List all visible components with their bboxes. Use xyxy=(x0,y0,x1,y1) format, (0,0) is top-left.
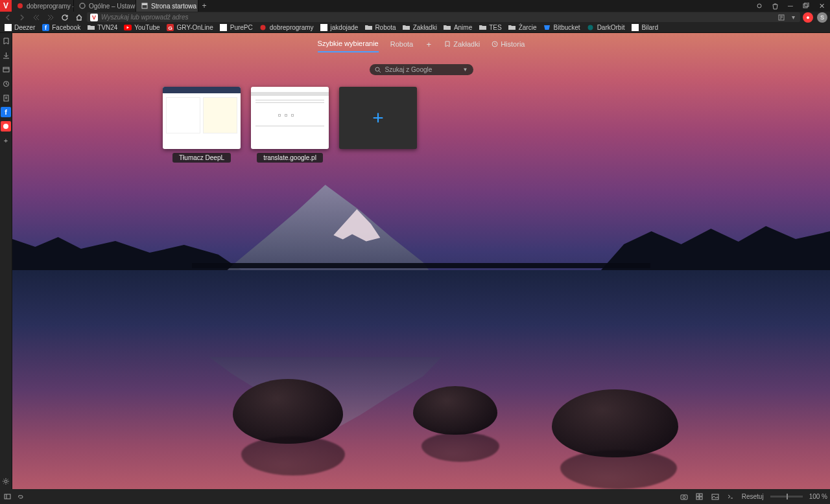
panel-window-icon[interactable] xyxy=(1,64,11,74)
app-logo-icon[interactable]: V xyxy=(0,0,12,12)
bookmark-label: Bilard xyxy=(641,24,658,31)
dp-icon xyxy=(259,24,267,32)
bookmark-facebook[interactable]: fFacebook xyxy=(42,24,80,32)
extension-1-icon[interactable]: ● xyxy=(801,12,814,23)
image-toggle-icon[interactable] xyxy=(711,492,720,501)
bookmark-anime[interactable]: Anime xyxy=(444,24,472,32)
bookmark-bitbucket[interactable]: Bitbucket xyxy=(543,24,580,32)
bookmark-gryonline[interactable]: GGRY-OnLine xyxy=(167,24,213,32)
zoom-slider[interactable] xyxy=(770,496,803,498)
search-engine-icon[interactable]: V xyxy=(89,13,99,22)
svg-rect-33 xyxy=(700,497,702,499)
bookmark-purepc[interactable]: PurePC xyxy=(220,24,253,32)
bookmark-label: jakdojade xyxy=(331,24,359,31)
tab-title: Strona startowa xyxy=(151,3,196,10)
panel-history-icon[interactable] xyxy=(1,78,11,89)
svg-rect-19 xyxy=(632,24,639,31)
bookmark-label: TVN24 xyxy=(97,24,117,31)
bookmark-label: Żarcie xyxy=(519,24,537,31)
tab-2[interactable]: Strona startowa ✕ xyxy=(136,0,198,12)
forward-button[interactable] xyxy=(16,12,29,23)
reload-button[interactable] xyxy=(58,12,71,23)
bookmark-label: Anime xyxy=(454,24,472,31)
new-tab-button[interactable]: + xyxy=(198,0,210,12)
home-button[interactable] xyxy=(73,12,86,23)
bookmark-zakladki[interactable]: Zakładki xyxy=(403,24,437,32)
status-bar: Resetuj 100 % xyxy=(0,489,830,504)
nav-add-group[interactable]: + xyxy=(425,40,433,52)
bookmark-icon xyxy=(444,41,451,47)
panel-downloads-icon[interactable] xyxy=(1,50,11,60)
page-actions-icon[interactable] xyxy=(726,492,735,501)
dropdown-icon[interactable]: ▾ xyxy=(788,13,798,22)
nav-speed-dial[interactable]: Szybkie wybieranie xyxy=(318,40,379,52)
panel-toggle-icon[interactable] xyxy=(3,492,12,501)
svg-point-16 xyxy=(261,25,266,30)
bookmark-robota[interactable]: Robota xyxy=(364,24,396,32)
panel-web-icon[interactable] xyxy=(1,121,11,132)
start-page: Szybkie wybieranie Robota + Zakładki His… xyxy=(12,33,830,489)
bookmark-deezer[interactable]: Deezer xyxy=(4,24,35,32)
site-icon xyxy=(220,24,228,32)
back-button[interactable] xyxy=(1,12,14,23)
tile-thumbnail xyxy=(251,87,329,149)
address-input[interactable] xyxy=(101,14,777,21)
history-icon xyxy=(492,41,498,47)
tab-1[interactable]: Ogólne – Ustawienia xyxy=(74,0,136,12)
nav-bookmarks[interactable]: Zakładki xyxy=(444,40,480,52)
fast-forward-button[interactable] xyxy=(44,12,57,23)
start-page-search[interactable]: Szukaj z Google ▼ xyxy=(370,64,473,75)
close-window-button[interactable]: ✕ xyxy=(814,1,829,12)
folder-icon xyxy=(364,24,372,32)
tab-title: dobreprogramy - portal nie xyxy=(27,3,74,10)
nav-group-robota[interactable]: Robota xyxy=(390,40,413,52)
reader-mode-icon[interactable] xyxy=(777,13,786,22)
facebook-icon: f xyxy=(42,24,49,32)
panel-settings-icon[interactable] xyxy=(1,476,11,487)
tile-add[interactable]: + xyxy=(339,87,417,163)
svg-rect-20 xyxy=(3,67,9,72)
zoom-reset-button[interactable]: Resetuj xyxy=(742,493,764,500)
bookmark-darkorbit[interactable]: DarkOrbit xyxy=(587,24,625,32)
sync-status-icon[interactable] xyxy=(16,492,25,501)
bookmark-zarcie[interactable]: Żarcie xyxy=(508,24,537,32)
bookmark-label: GRY-OnLine xyxy=(177,24,213,31)
chevron-down-icon[interactable]: ▼ xyxy=(463,67,468,73)
rewind-button[interactable] xyxy=(30,12,43,23)
bookmark-bilard[interactable]: Bilard xyxy=(631,24,658,32)
panel-add-button[interactable]: + xyxy=(1,135,11,146)
nav-label: Historia xyxy=(501,40,525,48)
svg-rect-9 xyxy=(5,24,12,31)
site-icon xyxy=(631,24,639,32)
minimize-button[interactable]: ─ xyxy=(783,1,798,12)
bookmark-dobreprogramy[interactable]: dobreprogramy xyxy=(259,24,314,32)
bookmark-label: dobreprogramy xyxy=(270,24,314,31)
sync-icon[interactable] xyxy=(752,1,766,12)
tiling-icon[interactable] xyxy=(695,492,704,501)
capture-icon[interactable] xyxy=(680,492,689,501)
panel-bookmarks-icon[interactable] xyxy=(1,36,11,46)
panel-facebook-icon[interactable]: f xyxy=(1,107,11,117)
maximize-button[interactable] xyxy=(799,1,813,12)
bookmark-label: Robota xyxy=(375,24,396,31)
tile-deepl[interactable]: Tłumacz DeepL xyxy=(163,87,241,163)
nav-history[interactable]: Historia xyxy=(492,40,525,52)
extension-2-icon[interactable]: S xyxy=(816,12,829,23)
bookmark-youtube[interactable]: YouTube xyxy=(124,24,160,32)
bookmark-tes[interactable]: TES xyxy=(479,24,501,32)
zoom-level: 100 % xyxy=(809,493,827,500)
tile-thumbnail xyxy=(163,87,241,149)
tab-favicon-icon xyxy=(17,3,23,9)
bookmark-tvn24[interactable]: TVN24 xyxy=(87,24,117,32)
bookmark-label: YouTube xyxy=(134,24,160,31)
tile-google-translate[interactable]: translate.google.pl xyxy=(251,87,329,163)
trash-icon[interactable] xyxy=(768,1,782,12)
svg-point-29 xyxy=(683,496,685,498)
panel-notes-icon[interactable] xyxy=(1,93,11,103)
bg-water xyxy=(12,270,830,489)
bookmark-label: Bitbucket xyxy=(554,24,580,31)
bookmark-jakdojade[interactable]: jakdojade xyxy=(320,24,359,32)
address-field-wrap[interactable]: V ▾ xyxy=(87,12,800,22)
tab-favicon-icon xyxy=(141,3,148,9)
tab-0[interactable]: dobreprogramy - portal nie xyxy=(12,0,74,12)
